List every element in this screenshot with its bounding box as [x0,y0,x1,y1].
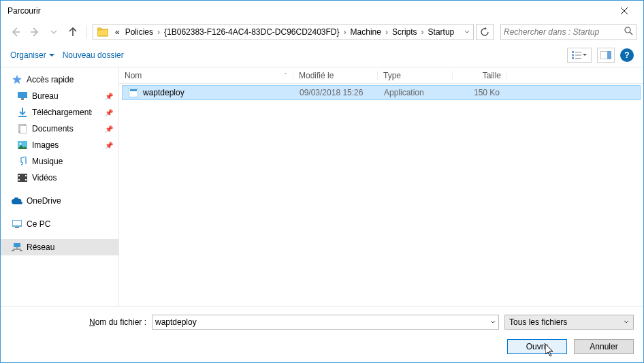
forward-button[interactable] [27,24,43,40]
refresh-icon [480,27,489,37]
file-type-filter[interactable]: Tous les fichiers [504,315,634,330]
window-title: Parcourir [6,6,611,16]
svg-rect-6 [97,28,101,30]
pin-icon: 📌 [105,93,113,100]
sidebar-network[interactable]: Réseau [1,239,118,255]
label: Accès rapide [27,75,74,84]
title-bar: Parcourir [1,1,643,21]
svg-rect-16 [607,51,611,59]
star-icon [12,74,22,85]
file-name: waptdeploy [143,88,184,97]
crumb-scripts[interactable]: Scripts [389,27,420,37]
label: Téléchargements [32,108,92,117]
cancel-button[interactable]: Annuler [574,339,634,354]
header-type[interactable]: Type [378,71,453,80]
crumb-machine[interactable]: Machine [348,27,384,37]
label: Musique [32,157,63,166]
view-options-button[interactable] [567,48,592,63]
svg-rect-28 [25,179,27,180]
sidebar-this-pc[interactable]: Ce PC [1,216,118,232]
file-size: 150 Ko [453,88,505,97]
svg-rect-21 [20,125,27,133]
header-modified[interactable]: Modifié le [293,71,378,80]
arrow-up-icon [67,27,78,37]
crumb-ellipsis[interactable]: « [112,27,123,37]
navigation-bar: « Policies › {1B062383-F126-4AC4-83DC-DC… [1,21,643,43]
sidebar-music[interactable]: Musique [1,153,118,170]
label: Documents [32,124,74,133]
header-size[interactable]: Taille [453,71,507,80]
file-list[interactable]: waptdeploy 09/03/2018 15:26 Application … [119,84,643,306]
sidebar-desktop[interactable]: Bureau 📌 [1,88,118,104]
file-row[interactable]: waptdeploy 09/03/2018 15:26 Application … [122,85,641,100]
up-button[interactable] [65,24,81,40]
back-button[interactable] [7,24,24,40]
svg-line-8 [630,32,632,35]
search-input[interactable] [504,27,624,37]
sidebar-documents[interactable]: Documents 📌 [1,121,118,137]
filename-combobox[interactable] [152,315,499,330]
sidebar-downloads[interactable]: Téléchargements 📌 [1,104,118,121]
filename-input[interactable] [155,317,490,327]
chevron-down-icon[interactable] [490,317,496,327]
pin-icon: 📌 [105,142,113,149]
svg-rect-26 [18,179,20,180]
organize-label: Organiser [10,50,46,60]
svg-rect-29 [12,220,22,226]
chevron-right-icon: › [384,27,389,37]
file-modified: 09/03/2018 15:26 [294,88,379,97]
close-button[interactable] [611,1,638,20]
sidebar-pictures[interactable]: Images 📌 [1,137,118,153]
refresh-button[interactable] [476,24,494,40]
documents-icon [17,123,28,134]
computer-icon [12,219,22,230]
svg-rect-24 [18,174,27,182]
navigation-pane[interactable]: Accès rapide Bureau 📌 Téléchargements 📌 … [1,67,119,306]
organize-button[interactable]: Organiser [10,50,54,60]
sidebar-quick-access[interactable]: Accès rapide [1,72,118,88]
dropdown-arrow-icon [49,52,54,58]
sort-asc-icon: ˄ [284,72,287,79]
chevron-right-icon: › [420,27,425,37]
label: Bureau [32,91,59,101]
chevron-right-icon: › [342,27,348,37]
svg-rect-18 [21,98,24,100]
address-history-dropdown[interactable] [460,25,473,40]
filename-label: Nom du fichier : [10,317,146,327]
desktop-icon [17,91,28,101]
music-icon [17,156,28,167]
sidebar-videos[interactable]: Vidéos [1,170,118,186]
svg-rect-31 [14,243,20,247]
separator [86,25,87,39]
file-pane: Nom˄ Modifié le Type Taille waptdeploy 0… [119,67,643,306]
preview-pane-button[interactable] [597,48,615,63]
crumb-startup[interactable]: Startup [425,27,457,37]
header-name[interactable]: Nom˄ [119,71,293,80]
address-bar[interactable]: « Policies › {1B062383-F126-4AC4-83DC-DC… [93,24,474,40]
help-icon: ? [624,50,629,60]
label: Images [32,140,59,150]
pin-icon: 📌 [105,125,113,133]
open-button[interactable]: Ouvrir [507,339,567,354]
sidebar-onedrive[interactable]: OneDrive [1,193,118,209]
search-icon [624,27,633,37]
chevron-down-icon [50,29,57,35]
crumb-guid[interactable]: {1B062383-F126-4AC4-83DC-DC96CD2403FD} [161,27,342,37]
help-button[interactable]: ? [620,48,634,62]
crumb-policies[interactable]: Policies [123,27,156,37]
svg-point-7 [625,27,630,33]
svg-rect-17 [18,92,27,98]
toolbar: Organiser Nouveau dossier ? [1,43,643,67]
cloud-icon [12,195,22,206]
new-folder-button[interactable]: Nouveau dossier [63,50,124,60]
svg-rect-30 [15,227,19,228]
preview-pane-icon [600,51,611,59]
view-list-icon [572,51,581,59]
explorer-body: Accès rapide Bureau 📌 Téléchargements 📌 … [1,67,643,306]
chevron-right-icon: › [156,27,161,37]
label: Ce PC [27,219,50,229]
videos-icon [17,172,28,183]
recent-locations-button[interactable] [46,24,62,40]
svg-rect-35 [20,250,22,251]
search-box[interactable] [500,24,637,40]
